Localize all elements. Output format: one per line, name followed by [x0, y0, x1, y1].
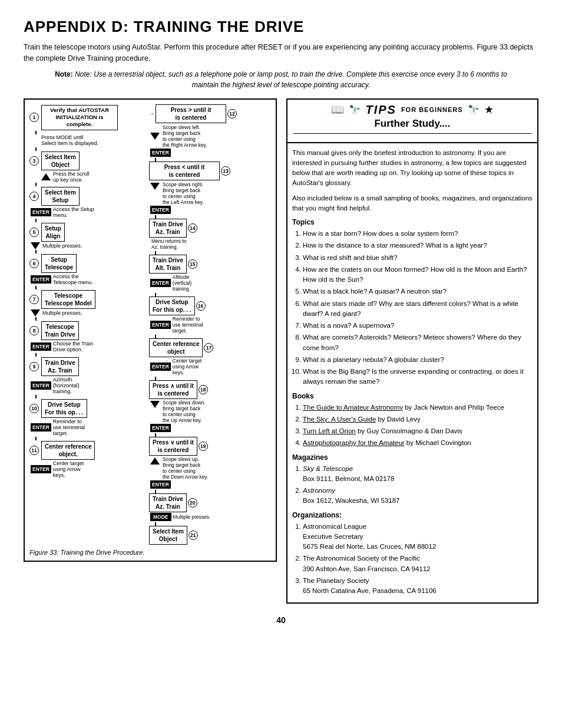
tips-subtitle: Further Study....	[293, 118, 531, 134]
list-item: What are comets? Asteroids? Meteors? Met…	[303, 332, 533, 353]
connector-9-10	[35, 395, 37, 398]
list-item: What is a black hole? A quasar? A neutro…	[303, 286, 533, 297]
step-1-box: Verify that AUTOSTARINITIALIZATION iscom…	[41, 105, 118, 130]
mode-20[interactable]: MODE	[150, 513, 171, 521]
step-6-row: 6 SetupTelescope	[29, 254, 144, 273]
list-item: Turn Left at Orion by Guy Consolmagno & …	[303, 426, 533, 436]
list-item: Astrophotography for the Amateur by Mich…	[303, 438, 533, 448]
step-7-row: 7 TelescopeTelescope Model	[29, 290, 144, 309]
step-18-row: Press ∧ until itis centered 18	[149, 380, 271, 399]
enter-6[interactable]: ENTER	[31, 275, 51, 284]
step-16-circle: 16	[196, 301, 206, 311]
diagram: 1 Verify that AUTOSTARINITIALIZATION isc…	[29, 104, 271, 545]
step-18-circle: 18	[199, 385, 208, 394]
enter-8[interactable]: ENTER	[31, 342, 51, 351]
step-11-row: 11 Center referenceobject.	[29, 441, 144, 460]
magazines-title: Magazines	[292, 453, 533, 462]
step-17-note: Center targetusing Arrowkeys.	[173, 358, 202, 375]
step-9-row: 9 Train DriveAz. Train	[29, 357, 144, 376]
scroll-up-icon	[41, 173, 51, 180]
step-17-row: Center referenceobject 17	[149, 338, 271, 357]
list-item: The Guide to Amateur Astronomy by Jack N…	[303, 403, 533, 413]
enter-12[interactable]: ENTER	[150, 149, 171, 157]
telescope-left-icon: 🔭	[349, 104, 361, 116]
step-4-row: 4 Select ItemSetup	[29, 187, 144, 206]
step-13-enter: ENTER	[150, 206, 271, 214]
step-14-circle: 14	[188, 223, 197, 233]
enter-16[interactable]: ENTER	[150, 321, 171, 329]
step-12-arrow-note: →	[149, 111, 154, 117]
enter-11-note: Center targetusing Arrowkeys.	[53, 460, 84, 478]
step-2-note: Press MODE untilSelect Item is displayed…	[41, 134, 144, 146]
step-4-circle: 4	[29, 192, 39, 201]
step-4-enter-row: ENTER Access the Setupmenu.	[31, 206, 144, 218]
step-13-note-row: Scope slews right.Bring target backto ce…	[150, 182, 271, 205]
enter-4[interactable]: ENTER	[31, 208, 51, 216]
step-19-box: Press ∨ until itis centered	[149, 437, 197, 456]
step-15-row: Train DriveAlt. Train 15	[149, 255, 271, 274]
step-21-circle: 21	[189, 531, 198, 540]
connector-8-9	[35, 353, 37, 357]
step-9-circle: 9	[29, 362, 39, 371]
list-item: How is the distance to a star measured? …	[303, 241, 533, 251]
tips-left-icon: 📖	[331, 103, 344, 116]
list-item: The Planetary Society65 North Catalina A…	[303, 576, 533, 597]
scope-slews-18	[150, 401, 160, 408]
step-18-enter: ENTER	[150, 424, 271, 432]
step-18-scope-note: Scope slews down.Bring target backto cen…	[163, 400, 206, 423]
step-11-circle: 11	[29, 446, 39, 455]
tips-intro1: This manual gives only the briefest intr…	[292, 148, 533, 189]
connector-4-5	[35, 219, 37, 222]
tips-label: TIPS	[365, 103, 396, 117]
enter-17[interactable]: ENTER	[150, 363, 171, 371]
step-20-mode-row: MODE Multiple presses.	[150, 513, 271, 521]
topics-title: Topics	[292, 218, 533, 226]
step-16-note: Reminder touse terrestrialtarget.	[173, 316, 203, 334]
step-5-note: Multiple presses.	[42, 243, 82, 249]
step-5-row: 5 SetupAlign	[29, 223, 144, 242]
step-9-enter-row: ENTER Azimuth(horizontal)training.	[31, 377, 144, 394]
step-21-box: Select ItemObject	[149, 526, 187, 545]
step-16-enter: ENTER Reminder touse terrestrialtarget.	[150, 316, 271, 334]
enter-19[interactable]: ENTER	[150, 480, 171, 489]
enter-18[interactable]: ENTER	[150, 424, 171, 432]
connector-7-8	[35, 317, 37, 321]
organizations-title: Organizations:	[292, 511, 533, 519]
enter-9[interactable]: ENTER	[31, 381, 51, 390]
enter-15[interactable]: ENTER	[150, 279, 171, 287]
step-5-box: SetupAlign	[41, 223, 65, 242]
step-21-row: Select ItemObject 21	[149, 526, 271, 545]
intro-paragraph: Train the telescope motors using AutoSta…	[24, 42, 538, 64]
step-7-note: Multiple presses.	[42, 310, 82, 316]
step-9-box: Train DriveAz. Train	[41, 357, 79, 376]
tips-right-icon: ★	[484, 103, 494, 116]
step-18-box: Press ∧ until itis centered	[149, 380, 197, 399]
step-17-enter: ENTER Center targetusing Arrowkeys.	[150, 358, 271, 375]
step-10-box: Drive SetupFor this op. . .	[41, 399, 87, 418]
step-18-note-row: Scope slews down.Bring target backto cen…	[150, 400, 271, 423]
step-14-row: Train DriveAz. Train 14	[149, 219, 271, 238]
step-8-circle: 8	[29, 326, 39, 335]
connector-1-2	[35, 131, 37, 134]
page-number: 40	[24, 615, 538, 625]
step-13-row: Press < until itis centered 13	[149, 162, 271, 180]
step-12-scope-note: Scope slews left.Bring target backto cen…	[163, 124, 207, 148]
step-12-box: Press > until itis centered	[156, 104, 226, 123]
enter-10[interactable]: ENTER	[31, 423, 51, 431]
enter-11[interactable]: ENTER	[31, 465, 51, 473]
step-6-enter-row: ENTER Access theTelescope menu.	[31, 274, 144, 285]
step-3-arrow: Press the scrollup key once.	[41, 171, 144, 183]
diagram-caption: Figure 33: Training the Drive Procedure.	[29, 549, 271, 556]
enter-13[interactable]: ENTER	[150, 206, 171, 214]
scroll-down-5	[31, 242, 40, 249]
enter-10-note: Reminder touse terrestrialtarget.	[53, 419, 85, 436]
step-4-box: Select ItemSetup	[41, 187, 80, 206]
step-11-box: Center referenceobject.	[41, 441, 95, 460]
magazines-list: Sky & TelescopeBox 9111, Belmont, MA 021…	[303, 464, 533, 506]
tips-intro2: Also included below is a small sampling …	[292, 193, 533, 214]
tips-header-inner: 📖 🔭 TIPS FOR BEGINNERS 🔭 ★	[293, 103, 531, 117]
step-12-circle: 12	[227, 109, 237, 118]
tips-header: 📖 🔭 TIPS FOR BEGINNERS 🔭 ★ Further Study…	[286, 98, 538, 143]
step-17-circle: 17	[204, 343, 213, 353]
telescope-right-icon: 🔭	[468, 104, 480, 116]
